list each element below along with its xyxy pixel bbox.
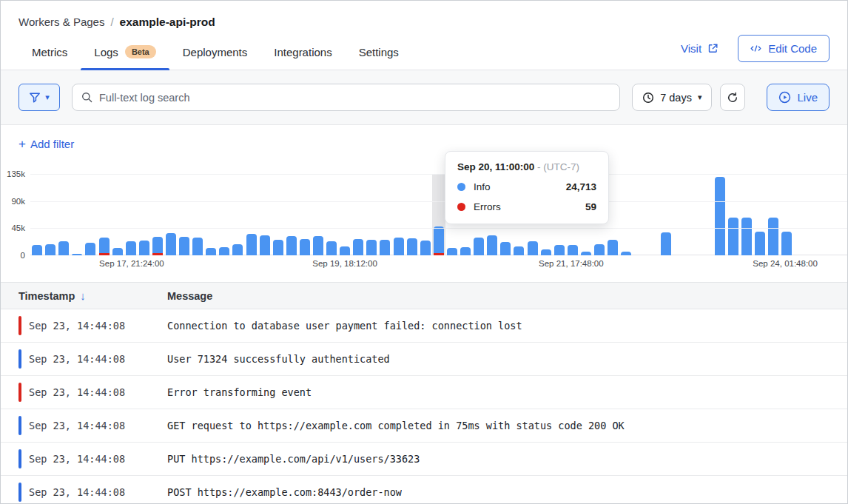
chart-bar-slot[interactable] [780, 174, 793, 255]
tab-deployments[interactable]: Deployments [169, 36, 261, 70]
search-icon [81, 92, 92, 103]
chart-bar-slot[interactable] [392, 174, 406, 255]
chart-bar-slot[interactable] [673, 174, 687, 255]
chart-bar-slot[interactable] [753, 174, 767, 255]
chart-bar-slot[interactable] [633, 174, 646, 255]
chart-bar-slot[interactable] [57, 174, 70, 255]
chart-bar-slot[interactable] [619, 174, 633, 255]
chart-bar-slot[interactable] [325, 174, 338, 255]
log-row-error[interactable]: Sep 23, 14:44:08Connection to database u… [1, 309, 847, 343]
add-filter-button[interactable]: + Add filter [18, 138, 74, 150]
chart-bar-slot[interactable] [138, 174, 151, 255]
chart-bar-slot[interactable] [258, 174, 272, 255]
chart-bar-slot[interactable] [807, 174, 820, 255]
chart-bar-slot[interactable] [231, 174, 244, 255]
chart-bar-slot[interactable] [111, 174, 124, 255]
log-row-error[interactable]: Sep 23, 14:44:08Error transforming event [1, 376, 847, 409]
timestamp-column-label: Timestamp [18, 290, 75, 302]
log-timestamp: Sep 23, 14:44:08 [29, 420, 167, 431]
bar [340, 246, 350, 255]
bar [394, 238, 404, 255]
chart-bar-slot[interactable] [30, 174, 44, 255]
chart-bar-slot[interactable] [378, 174, 391, 255]
bar-info-segment [554, 245, 565, 255]
bar-info-segment [781, 232, 792, 255]
chart-bar-slot[interactable] [406, 174, 419, 255]
chart-bar-slot[interactable] [419, 174, 432, 255]
chart-bar-slot[interactable] [312, 174, 325, 255]
chart-bar-slot[interactable] [821, 174, 834, 255]
chart-bar-slot[interactable] [700, 174, 713, 255]
tab-integrations[interactable]: Integrations [260, 36, 345, 70]
chart-bar-slot[interactable] [44, 174, 57, 255]
bar-info-segment [353, 239, 363, 255]
breadcrumb-separator: / [110, 16, 113, 28]
column-header-timestamp[interactable]: Timestamp ↓ [18, 289, 167, 302]
chart-bar-slot[interactable] [727, 174, 740, 255]
chart-bar-slot[interactable] [713, 174, 727, 255]
chart-bar-slot[interactable] [70, 174, 84, 255]
live-button[interactable]: Live [767, 84, 830, 111]
chart-bar-slot[interactable] [84, 174, 97, 255]
gridline [30, 174, 847, 175]
bar-info-segment [768, 218, 778, 255]
bar-info-segment [166, 233, 176, 255]
filter-dropdown-button[interactable]: ▾ [18, 84, 60, 111]
chart-bar-slot[interactable] [164, 174, 178, 255]
info-level-indicator [18, 449, 21, 468]
chart-bar-slot[interactable] [191, 174, 204, 255]
bar [353, 239, 363, 255]
bar-info-segment [300, 239, 310, 255]
tab-label: Logs [94, 46, 118, 58]
log-row-info[interactable]: Sep 23, 14:44:08GET request to https://e… [1, 409, 847, 443]
chart-bar-slot[interactable] [218, 174, 231, 255]
chart-bar-slot[interactable] [740, 174, 753, 255]
code-icon [750, 43, 761, 54]
tab-logs[interactable]: LogsBeta [81, 36, 169, 70]
visit-link[interactable]: Visit [681, 42, 719, 55]
x-axis-tick: Sep 24, 01:48:00 [753, 259, 818, 268]
chart-plot-area[interactable]: 135k90k45k0 [30, 174, 847, 255]
chart-bar-hovered[interactable] [432, 174, 445, 255]
chart-bar-slot[interactable] [834, 174, 847, 255]
bar [192, 238, 203, 255]
chart-bar-slot[interactable] [204, 174, 218, 255]
chart-bar-slot[interactable] [298, 174, 312, 255]
chart-bar-slot[interactable] [793, 174, 807, 255]
chart-bar-slot[interactable] [338, 174, 351, 255]
bar [152, 237, 163, 255]
time-range-dropdown[interactable]: 7 days ▾ [632, 84, 712, 111]
chart-bar-slot[interactable] [272, 174, 285, 255]
chart-bar-slot[interactable] [151, 174, 164, 255]
bar-info-segment [152, 237, 163, 253]
log-row-info[interactable]: Sep 23, 14:44:08POST https://example.com… [1, 476, 847, 504]
info-level-indicator [18, 483, 21, 502]
tab-metrics[interactable]: Metrics [18, 36, 81, 70]
sort-descending-icon: ↓ [80, 289, 86, 302]
tooltip-series-row: Info24,713 [457, 181, 596, 192]
table-header: Timestamp ↓ Message [1, 282, 847, 309]
bar [126, 241, 136, 255]
chart-bar-slot[interactable] [767, 174, 780, 255]
chart-bar-slot[interactable] [178, 174, 191, 255]
log-row-info[interactable]: Sep 23, 14:44:08User 71324 successfully … [1, 343, 847, 376]
chart-bar-slot[interactable] [285, 174, 298, 255]
chart-bar-slot[interactable] [646, 174, 659, 255]
breadcrumb-section[interactable]: Workers & Pages [18, 16, 104, 28]
refresh-button[interactable] [720, 84, 745, 111]
edit-code-button[interactable]: Edit Code [738, 35, 830, 62]
bar [608, 240, 618, 255]
chart-bar-slot[interactable] [245, 174, 258, 255]
bar-info-segment [126, 241, 136, 255]
tab-settings[interactable]: Settings [346, 36, 412, 70]
chart-bar-slot[interactable] [659, 174, 673, 255]
chart-bar-slot[interactable] [124, 174, 138, 255]
chart-bar-slot[interactable] [97, 174, 110, 255]
search-input[interactable] [99, 92, 610, 104]
bar [514, 246, 524, 255]
chart-bar-slot[interactable] [351, 174, 365, 255]
chart-bar-slot[interactable] [687, 174, 700, 255]
log-row-info[interactable]: Sep 23, 14:44:08PUT https://example.com/… [1, 443, 847, 476]
chart-bar-slot[interactable] [365, 174, 378, 255]
info-level-indicator [18, 349, 21, 369]
